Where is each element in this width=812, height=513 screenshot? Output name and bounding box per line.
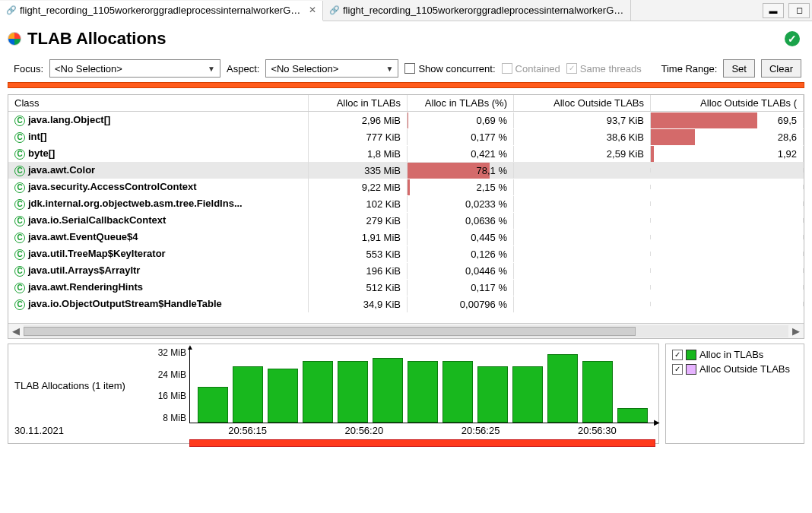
tab-recording-inactive[interactable]: 🔗 flight_recording_1105workerorggradlepr… bbox=[323, 0, 631, 21]
xtick: 20:56:15 bbox=[189, 425, 306, 436]
legend-alloc-outside-tlabs[interactable]: ✓ Alloc Outside TLABs bbox=[672, 363, 798, 375]
cell-class: Cjava.io.SerialCallbackContext bbox=[8, 212, 309, 229]
table-row[interactable]: Cint[]777 KiB0,177 %38,6 KiB28,6 bbox=[8, 128, 804, 145]
ytick: 24 MiB bbox=[158, 369, 186, 380]
class-icon: C bbox=[14, 299, 25, 310]
col-alloc-outside-tlabs-pct[interactable]: Alloc Outside TLABs ( bbox=[651, 95, 804, 111]
table-row[interactable]: Cjava.io.ObjectOutputStream$HandleTable3… bbox=[8, 296, 804, 312]
scroll-right-icon[interactable]: ▶ bbox=[788, 325, 804, 337]
plot-area[interactable]: ▲ ▶ bbox=[189, 347, 655, 423]
filter-toolbar: Focus: <No Selection> ▼ Aspect: <No Sele… bbox=[0, 56, 812, 82]
table-row[interactable]: Cjava.security.AccessControlContext9,22 … bbox=[8, 179, 804, 195]
tab-label: flight_recording_1105workerorggradleproc… bbox=[343, 5, 624, 16]
col-class[interactable]: Class bbox=[8, 95, 309, 111]
ytick: 32 MiB bbox=[158, 347, 186, 358]
cell-class: Cjava.awt.EventQueue$4 bbox=[8, 229, 309, 245]
cell-alloc-in-tlabs: 2,96 MiB bbox=[309, 112, 408, 128]
col-alloc-in-tlabs[interactable]: Alloc in TLABs bbox=[309, 95, 408, 111]
table-row[interactable]: Cjava.awt.Color335 MiB78,1 % bbox=[8, 162, 804, 179]
cell-alloc-outside-tlabs bbox=[514, 268, 651, 273]
legend-alloc-in-tlabs[interactable]: ✓ Alloc in TLABs bbox=[672, 349, 798, 360]
cell-class: Cjava.io.ObjectOutputStream$HandleTable bbox=[8, 296, 309, 312]
cell-alloc-in-tlabs: 102 KiB bbox=[309, 196, 408, 212]
window-controls: ▬ ◻ bbox=[760, 1, 812, 21]
legend-label: Alloc in TLABs bbox=[699, 349, 763, 360]
maximize-button[interactable]: ◻ bbox=[788, 3, 810, 18]
table-row[interactable]: Cjava.util.Arrays$ArrayItr196 KiB0,0446 … bbox=[8, 262, 804, 279]
cell-alloc-outside-tlabs-pct: 69,5 bbox=[651, 112, 804, 128]
cell-alloc-outside-tlabs bbox=[514, 201, 651, 206]
scroll-thumb[interactable] bbox=[24, 327, 636, 336]
chart-yaxis: 32 MiB 24 MiB 16 MiB 8 MiB bbox=[147, 347, 189, 423]
checkbox-icon: ✓ bbox=[672, 364, 683, 375]
table-header: Class Alloc in TLABs Alloc in TLABs (%) … bbox=[8, 95, 804, 112]
table-row[interactable]: Cjava.awt.EventQueue$41,91 MiB0,445 % bbox=[8, 229, 804, 245]
cell-alloc-outside-tlabs bbox=[514, 302, 651, 306]
tab-label: flight_recording_1105workerorggradleproc… bbox=[20, 5, 301, 16]
class-icon: C bbox=[14, 233, 25, 243]
table-row[interactable]: Cjava.util.TreeMap$KeyIterator553 KiB0,1… bbox=[8, 245, 804, 262]
clear-button[interactable]: Clear bbox=[761, 59, 801, 78]
table-row[interactable]: Cjava.io.SerialCallbackContext279 KiB0,0… bbox=[8, 212, 804, 229]
show-concurrent-checkbox[interactable]: Show concurrent: bbox=[404, 63, 495, 74]
cell-class: Cjava.awt.RenderingHints bbox=[8, 279, 309, 296]
swatch-green-icon bbox=[686, 350, 696, 360]
class-icon: C bbox=[14, 116, 25, 126]
col-alloc-in-tlabs-pct[interactable]: Alloc in TLABs (%) bbox=[408, 95, 514, 111]
ytick: 8 MiB bbox=[163, 413, 186, 423]
cell-alloc-in-tlabs: 553 KiB bbox=[309, 246, 408, 262]
chart-xaxis: 30.11.2021 20:56:15 20:56:20 20:56:25 20… bbox=[14, 425, 655, 436]
focus-label: Focus: bbox=[14, 63, 43, 74]
table-row[interactable]: Cjava.awt.RenderingHints512 KiB0,117 % bbox=[8, 279, 804, 296]
class-icon: C bbox=[14, 249, 25, 260]
chevron-down-icon: ▼ bbox=[208, 65, 215, 73]
col-alloc-outside-tlabs[interactable]: Alloc Outside TLABs bbox=[514, 95, 651, 111]
set-button[interactable]: Set bbox=[723, 59, 755, 78]
chart-bar bbox=[512, 366, 543, 423]
cell-alloc-outside-tlabs-pct: 28,6 bbox=[651, 129, 804, 145]
chart-bar bbox=[582, 361, 613, 423]
cell-alloc-outside-tlabs bbox=[514, 285, 651, 290]
tab-bar: 🔗 flight_recording_1105workerorggradlepr… bbox=[0, 0, 812, 21]
status-ok-badge[interactable]: ✓ bbox=[785, 31, 800, 46]
same-threads-label: Same threads bbox=[580, 63, 642, 74]
cell-alloc-outside-tlabs-pct bbox=[651, 285, 804, 290]
chart-bar bbox=[547, 354, 578, 423]
table-row[interactable]: Cjdk.internal.org.objectweb.asm.tree.Fie… bbox=[8, 195, 804, 212]
cell-alloc-in-tlabs: 512 KiB bbox=[309, 280, 408, 296]
allocation-table: Class Alloc in TLABs Alloc in TLABs (%) … bbox=[8, 94, 804, 339]
contained-label: Contained bbox=[515, 63, 560, 74]
time-range-bar-top[interactable] bbox=[8, 82, 804, 88]
cell-class: Cjava.awt.Color bbox=[8, 162, 309, 179]
close-icon[interactable]: ✕ bbox=[309, 5, 316, 15]
tlab-chart[interactable]: TLAB Allocations (1 item) 32 MiB 24 MiB … bbox=[8, 344, 659, 444]
focus-select[interactable]: <No Selection> ▼ bbox=[49, 59, 220, 78]
legend-label: Alloc Outside TLABs bbox=[699, 363, 790, 375]
aspect-select[interactable]: <No Selection> ▼ bbox=[265, 59, 398, 78]
cell-alloc-outside-tlabs: 93,7 KiB bbox=[514, 112, 651, 128]
swatch-violet-icon bbox=[686, 364, 696, 375]
cell-alloc-in-tlabs-pct: 0,0636 % bbox=[408, 213, 514, 229]
class-icon: C bbox=[14, 216, 25, 226]
cell-alloc-in-tlabs-pct: 0,00796 % bbox=[408, 296, 514, 312]
cell-class: Cjava.util.TreeMap$KeyIterator bbox=[8, 245, 309, 262]
scroll-left-icon[interactable]: ◀ bbox=[8, 325, 24, 337]
aspect-label: Aspect: bbox=[227, 63, 259, 74]
cell-alloc-outside-tlabs: 2,59 KiB bbox=[514, 146, 651, 162]
link-icon: 🔗 bbox=[6, 5, 17, 15]
chart-bar bbox=[408, 361, 438, 423]
checkbox-icon bbox=[404, 63, 415, 74]
cell-alloc-in-tlabs-pct: 0,69 % bbox=[408, 112, 514, 128]
time-range-bar-bottom[interactable] bbox=[189, 439, 655, 447]
cell-alloc-outside-tlabs-pct bbox=[651, 235, 804, 239]
scroll-track[interactable] bbox=[24, 325, 788, 337]
cell-alloc-in-tlabs-pct: 0,445 % bbox=[408, 230, 514, 245]
table-row[interactable]: Cbyte[]1,8 MiB0,421 %2,59 KiB1,92 bbox=[8, 145, 804, 162]
tab-recording-active[interactable]: 🔗 flight_recording_1105workerorggradlepr… bbox=[0, 1, 323, 21]
cell-alloc-outside-tlabs-pct bbox=[651, 218, 804, 223]
cell-class: Cjava.lang.Object[] bbox=[8, 112, 309, 128]
horizontal-scrollbar[interactable]: ◀ ▶ bbox=[8, 323, 804, 338]
chart-bar bbox=[617, 408, 648, 423]
minimize-button[interactable]: ▬ bbox=[763, 3, 784, 18]
table-row[interactable]: Cjava.lang.Object[]2,96 MiB0,69 %93,7 Ki… bbox=[8, 112, 804, 128]
